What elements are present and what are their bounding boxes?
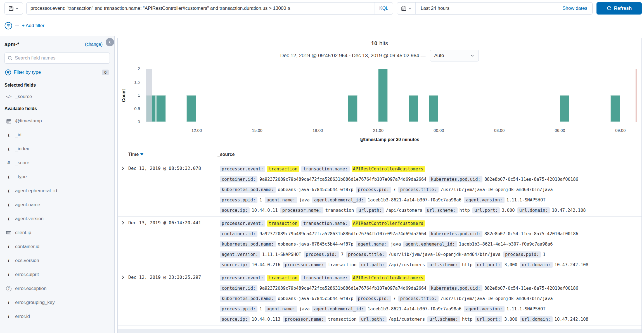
field-value-pair: url.scheme:http [425,207,470,213]
saved-query-button[interactable] [4,2,23,15]
field-item-container-id[interactable]: tcontainer.id [4,240,110,254]
field-item-error-exception[interactable]: ?error.exception [4,282,110,296]
field-value-pair: agent.ephemeral_id:1aceb1b3-8621-4a14-b3… [312,197,461,203]
filter-icon[interactable] [4,22,12,30]
doc-table-rows: Dec 13, 2019 @ 08:50:32.078processor.eve… [118,162,641,325]
query-language-button[interactable]: KQL [375,3,393,14]
time-column-header[interactable]: Time [128,152,143,157]
source-line: kubernetes.pod.name:opbeans-java-67845c5… [220,239,638,249]
add-filter-button[interactable]: + Add filter [22,23,44,28]
y-tick-label: 2 [123,66,140,71]
field-key: kubernetes.pod.uid: [429,176,482,182]
x-axis-line [144,122,635,122]
field-key: container.id: [220,285,257,291]
field-value: 10.47.242.108 [552,208,586,213]
field-label: error.id [15,314,30,319]
field-value: 1aceb1b3-8621-4a14-b307-f0a9c7aa98a6 [459,242,553,247]
field-item--score[interactable]: #_score [4,156,110,170]
histogram-bar[interactable] [429,95,438,122]
field-label: _score [15,160,29,166]
field-item--id[interactable]: t_id [4,128,110,142]
histogram-bar[interactable] [409,95,418,122]
field-value-pair: agent.name:java [265,306,310,312]
field-item-error-culprit[interactable]: terror.culprit [4,268,110,282]
query-input[interactable]: processor.event: "transaction" and trans… [27,6,375,11]
field-key: url.path: [359,262,387,268]
field-value: java [390,242,401,247]
field-item-ecs-version[interactable]: tecs.version [4,254,110,268]
field-key: url.domain: [520,262,553,268]
y-tick-label: 0 [123,119,140,124]
histogram-bar[interactable] [186,95,196,122]
field-value: 10.47.242.108 [555,262,588,267]
field-key: process.pid: [304,251,339,258]
field-item-client-ip[interactable]: client.ip [4,226,110,240]
time-range-value[interactable]: Last 24 hours [416,6,562,11]
source-line: container.id:9a92372089c79b489ca472fca52… [220,283,638,293]
field-value-pair: processor.event:transaction [220,166,299,172]
field-item-error-id[interactable]: terror.id [4,310,110,324]
field-item--type[interactable]: t_type [4,170,110,184]
field-item--timestamp[interactable]: @timestamp [4,114,110,128]
field-value-pair: url.domain:10.47.242.108 [520,316,588,322]
field-item--index[interactable]: t_index [4,142,110,156]
calendar-button[interactable] [397,3,416,14]
field-key: agent.version: [464,306,505,312]
source-column-header: _source [217,152,235,157]
collapse-sidebar-button[interactable] [106,38,114,46]
expand-row-button[interactable] [120,275,125,280]
available-fields-heading: Available fields [4,106,110,111]
interval-select[interactable]: Auto [430,50,479,61]
field-label: _index [15,146,29,152]
field-value-pair: process.ppid:1 [220,197,262,203]
show-dates-button[interactable]: Show dates [562,6,592,11]
field-item-agent-name[interactable]: tagent.name [4,198,110,212]
field-value-pair: url.scheme:http [427,262,472,268]
field-item--source[interactable]: </>_source [4,91,110,103]
chevron-down-icon [470,53,475,58]
histogram-bar[interactable] [156,95,166,122]
field-value: 3,000 [504,317,517,322]
field-item-error-grouping-key[interactable]: terror.grouping_key [4,296,110,310]
field-label: error.grouping_key [15,300,55,305]
field-item-agent-ephemeral-id[interactable]: tagent.ephemeral_id [4,184,110,198]
field-label: client.ip [15,230,31,236]
field-value: 7 [393,187,396,192]
histogram-bar[interactable] [348,95,357,122]
partial-bucket-bar [146,69,152,122]
expand-row-button[interactable] [120,166,125,171]
field-value-pair: kubernetes.pod.uid:882e8b07-0c54-11ea-8a… [429,231,578,237]
expand-row-button[interactable] [120,220,125,225]
field-value: opbeans-java-67845c5b44-wf87p [278,296,354,301]
text-field-icon: t [6,258,12,264]
search-field-names-input[interactable] [15,55,107,61]
field-label: error.exception [15,286,46,291]
text-field-icon: t [6,272,12,278]
field-key: url.port: [475,316,502,322]
field-value-pair: agent.version:1.11.1-SNAPSHOT [464,197,546,203]
field-value-pair: kubernetes.pod.name:opbeans-java-67845c5… [220,241,353,247]
field-value-pair: processor.name:transaction [283,316,357,322]
field-key: process.title: [398,296,439,302]
change-index-pattern-link[interactable]: (change) [85,42,103,47]
histogram-bar[interactable] [610,95,620,122]
index-pattern-title: apm-* [4,41,19,47]
source-line: container.id:9a92372089c79b489ca472fca52… [220,229,638,239]
field-item-agent-version[interactable]: tagent.version [4,212,110,226]
field-value-pair: processor.name:transaction [280,207,354,213]
filter-by-type-button[interactable]: Filter by type [14,70,100,75]
field-value: 1 [259,198,262,203]
field-value: 9a92372089c79b489ca472fca528631b886d1e76… [259,286,426,291]
histogram-bar[interactable] [378,69,388,122]
field-value: 1aceb1b3-8621-4a14-b307-f0a9c7aa98a6 [368,306,461,311]
field-key: kubernetes.pod.name: [220,241,276,247]
x-axis-title: @timestamp per 30 minutes [144,137,635,142]
histogram-bar[interactable] [560,95,569,122]
field-label: agent.version [15,216,44,222]
text-field-icon: t [6,314,12,320]
field-key: kubernetes.pod.name: [220,296,276,302]
refresh-button[interactable]: Refresh [596,2,642,15]
date-picker: Last 24 hours Show dates [397,2,593,15]
field-label: _type [15,174,27,180]
field-value: 882e8b07-0c54-11ea-8a75-42010af00186 [484,286,578,291]
